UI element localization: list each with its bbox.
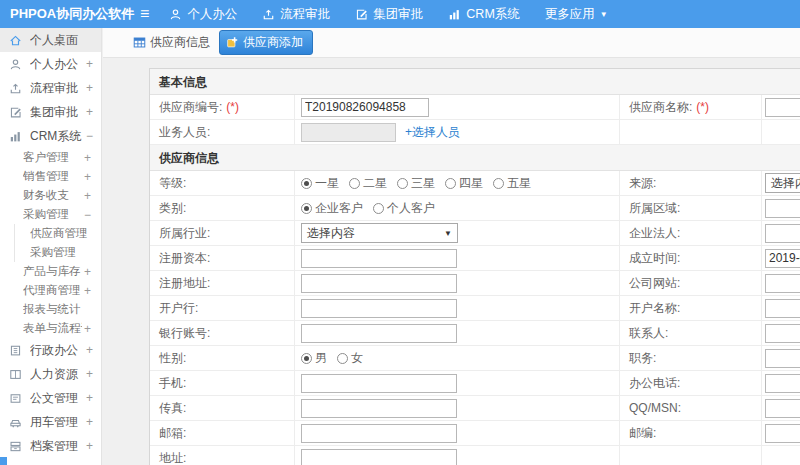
field-label: 所属行业:: [150, 221, 295, 245]
expand-toggle[interactable]: +: [82, 265, 91, 279]
field-input-right-1-9[interactable]: [765, 399, 800, 418]
field-input-left-1-11[interactable]: [301, 449, 457, 465]
expand-toggle[interactable]: +: [82, 322, 91, 336]
field-input-right-1-3[interactable]: [765, 249, 800, 268]
radio-option[interactable]: 三星: [397, 175, 435, 192]
expand-toggle[interactable]: +: [84, 391, 93, 405]
field-input-left-1-8[interactable]: [301, 374, 457, 393]
field-input-right-1-1[interactable]: [765, 199, 800, 218]
expand-toggle[interactable]: +: [82, 284, 91, 298]
sidebar-subitem-4-7[interactable]: 表单与流程设置+: [0, 319, 101, 338]
sidebar-subitem-4-3[interactable]: 采购管理−: [0, 205, 101, 224]
field-input-left-0-0[interactable]: [301, 98, 429, 117]
sidebar-item-2[interactable]: 流程审批+: [0, 76, 101, 100]
tab-0[interactable]: 供应商信息: [133, 34, 210, 51]
nav-item-chart[interactable]: CRM系统: [448, 6, 519, 23]
supplier-add-form: 基本信息供应商编号:(*)供应商名称:(*)业务人员:+选择人员供应商信息等级:…: [149, 68, 800, 465]
select-person-link[interactable]: +选择人员: [405, 124, 460, 141]
sidebar-subsubitem-3-0[interactable]: 供应商管理: [15, 224, 101, 243]
sidebar-subitem-4-6[interactable]: 报表与统计: [0, 300, 101, 319]
required-marker: (*): [696, 100, 709, 114]
form-row: 类别:企业客户个人客户所属区域:: [150, 196, 800, 221]
radio-option[interactable]: 一星: [301, 175, 339, 192]
radio-option[interactable]: 女: [337, 350, 363, 367]
field-cell: [295, 321, 620, 345]
field-input-right-1-8[interactable]: [765, 374, 800, 393]
expand-toggle[interactable]: +: [84, 105, 93, 119]
sidebar-subitem-4-4[interactable]: 产品与库存+: [0, 262, 101, 281]
nav-item-edit[interactable]: 集团审批: [355, 6, 423, 23]
expand-toggle[interactable]: +: [84, 439, 93, 453]
sidebar-item-0[interactable]: 个人桌面: [0, 28, 101, 52]
expand-toggle[interactable]: −: [84, 129, 93, 143]
radio-label: 四星: [459, 175, 483, 192]
field-input-left-1-9[interactable]: [301, 399, 457, 418]
radio-option[interactable]: 企业客户: [301, 200, 363, 217]
nav-item-more[interactable]: 更多应用▼: [545, 6, 608, 23]
sidebar-item-label: 代理商管理: [23, 283, 82, 298]
field-cell: [762, 296, 800, 320]
sidebar-subitem-4-5[interactable]: 代理商管理+: [0, 281, 101, 300]
radio-option[interactable]: 四星: [445, 175, 483, 192]
sidebar-item-7[interactable]: 公文管理+: [0, 386, 101, 410]
field-input-left-1-3[interactable]: [301, 249, 457, 268]
sidebar-item-9[interactable]: 档案管理+: [0, 434, 101, 458]
expand-toggle[interactable]: +: [82, 151, 91, 165]
radio-dot: [301, 203, 312, 214]
nav-item-user[interactable]: 个人办公: [169, 6, 237, 23]
field-cell: 选择内容▼: [295, 221, 620, 245]
field-cell: +选择人员: [295, 120, 620, 144]
field-input-right-1-5[interactable]: [765, 299, 800, 318]
sidebar-item-8[interactable]: 用车管理+: [0, 410, 101, 434]
field-label: 等级:: [150, 171, 295, 195]
expand-toggle[interactable]: +: [82, 170, 91, 184]
expand-toggle[interactable]: +: [84, 343, 93, 357]
sidebar-item-6[interactable]: 人力资源+: [0, 362, 101, 386]
sidebar-item-4[interactable]: CRM系统−: [0, 124, 101, 148]
expand-toggle[interactable]: −: [82, 208, 91, 222]
nav-item-upload[interactable]: 流程审批: [262, 6, 330, 23]
field-label-text: 邮编:: [629, 425, 656, 442]
expand-toggle[interactable]: +: [82, 189, 91, 203]
sidebar-subitem-4-0[interactable]: 客户管理+: [0, 148, 101, 167]
expand-toggle[interactable]: +: [84, 57, 93, 71]
field-label: 办公电话:: [620, 371, 762, 395]
field-input-left-1-5[interactable]: [301, 299, 457, 318]
sidebar-item-3[interactable]: 集团审批+: [0, 100, 101, 124]
car-icon: [9, 416, 23, 429]
sidebar-item-label: 供应商管理: [30, 226, 101, 241]
sidebar-item-1[interactable]: 个人办公+: [0, 52, 101, 76]
field-label-text: 成立时间:: [629, 250, 680, 267]
form-row: 等级:一星二星三星四星五星来源:选择内容▼: [150, 171, 800, 196]
field-input-left-1-6[interactable]: [301, 324, 457, 343]
expand-toggle[interactable]: +: [84, 367, 93, 381]
user-icon: [9, 58, 23, 71]
field-input-left-1-10[interactable]: [301, 424, 457, 443]
field-input-right-1-10[interactable]: [765, 424, 800, 443]
field-input-left-1-4[interactable]: [301, 274, 457, 293]
user-icon: [169, 8, 182, 21]
hamburger-menu-icon[interactable]: ≡: [140, 6, 149, 22]
select-left-1-2[interactable]: 选择内容▼: [301, 223, 458, 243]
field-input-right-1-2[interactable]: [765, 224, 800, 243]
radio-option[interactable]: 五星: [493, 175, 531, 192]
select-right-1-0[interactable]: 选择内容▼: [765, 173, 800, 193]
sidebar-subitem-4-2[interactable]: 财务收支+: [0, 186, 101, 205]
expand-toggle[interactable]: +: [84, 415, 93, 429]
field-input-right-1-6[interactable]: [765, 324, 800, 343]
field-input-left-0-1[interactable]: [301, 123, 396, 142]
field-input-right-1-4[interactable]: [765, 274, 800, 293]
radio-option[interactable]: 个人客户: [373, 200, 435, 217]
field-input-right-0-0[interactable]: [765, 98, 800, 117]
tab-1[interactable]: 供应商添加: [219, 30, 313, 55]
radio-option[interactable]: 二星: [349, 175, 387, 192]
field-input-right-1-7[interactable]: [765, 349, 800, 368]
field-cell: [762, 421, 800, 445]
sidebar-subsubitem-3-1[interactable]: 采购管理: [15, 243, 101, 262]
upload-icon: [9, 82, 23, 95]
radio-option[interactable]: 男: [301, 350, 327, 367]
expand-toggle[interactable]: +: [84, 81, 93, 95]
sidebar-item-5[interactable]: 行政办公+: [0, 338, 101, 362]
sidebar-subitem-4-1[interactable]: 销售管理+: [0, 167, 101, 186]
field-label: 联系人:: [620, 321, 762, 345]
